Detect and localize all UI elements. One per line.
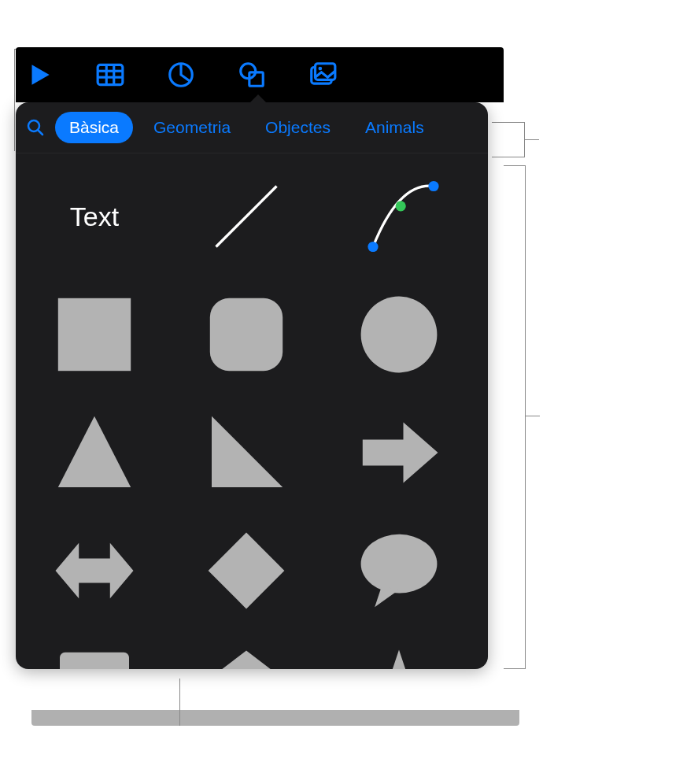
shape-circle[interactable] (344, 287, 454, 382)
svg-point-14 (368, 242, 378, 252)
svg-rect-21 (60, 653, 129, 669)
svg-point-19 (360, 297, 437, 373)
svg-point-10 (318, 67, 322, 71)
shape-callout-down[interactable] (39, 642, 150, 669)
chart-icon[interactable] (165, 59, 197, 91)
svg-point-16 (428, 181, 438, 191)
shape-triangle[interactable] (39, 405, 150, 500)
popover-header: Bàsica Geometria Objectes Animals (16, 102, 488, 153)
svg-line-12 (38, 130, 42, 135)
shape-line[interactable] (191, 169, 301, 264)
shape-star[interactable] (344, 642, 454, 669)
search-icon[interactable] (22, 116, 46, 139)
shape-square[interactable] (39, 287, 150, 382)
svg-rect-18 (210, 298, 283, 371)
shape-arrow-right[interactable] (344, 405, 454, 500)
table-icon[interactable] (94, 59, 126, 91)
svg-point-15 (395, 201, 405, 211)
shape-pentagon[interactable] (191, 642, 301, 669)
tab-objectes[interactable]: Objectes (251, 112, 345, 143)
shape-speech-bubble[interactable] (344, 523, 454, 618)
text-label: Text (70, 202, 119, 232)
shapes-popover: Bàsica Geometria Objectes Animals Text (16, 102, 488, 669)
shape-curve[interactable] (344, 169, 454, 264)
svg-rect-7 (249, 72, 263, 86)
shape-right-triangle[interactable] (191, 405, 301, 500)
play-icon[interactable] (24, 59, 55, 91)
svg-point-20 (360, 534, 437, 594)
tab-geometria[interactable]: Geometria (139, 112, 245, 143)
svg-rect-9 (316, 64, 335, 80)
shapes-icon[interactable] (236, 59, 268, 91)
tab-animals[interactable]: Animals (351, 112, 438, 143)
svg-rect-0 (98, 65, 123, 84)
svg-line-13 (216, 187, 277, 247)
media-icon[interactable] (307, 59, 338, 91)
category-tabs: Bàsica Geometria Objectes Animals (55, 112, 438, 143)
shape-double-arrow[interactable] (39, 523, 150, 618)
tab-basica[interactable]: Bàsica (55, 112, 133, 143)
shape-text[interactable]: Text (39, 169, 150, 264)
shape-diamond[interactable] (191, 523, 301, 618)
shapes-grid: Text (16, 153, 488, 669)
shape-rounded-square[interactable] (191, 287, 301, 382)
svg-rect-17 (58, 298, 131, 371)
